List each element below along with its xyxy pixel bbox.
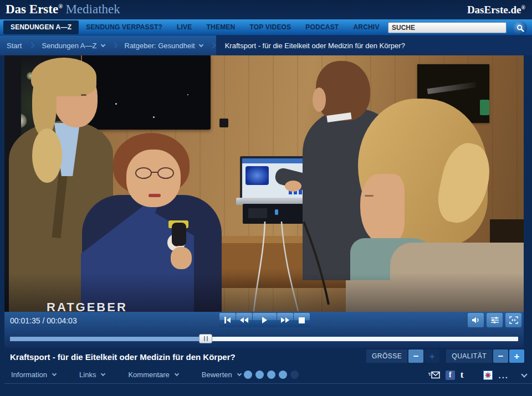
seek-bar[interactable] [10,337,518,341]
tab-information[interactable]: Information [4,371,63,379]
rating-dot[interactable] [290,371,299,379]
email-icon [428,371,440,379]
bookmark-share-button[interactable] [483,371,493,380]
scene-green-sign [480,100,489,115]
registered-mark: ® [521,4,525,11]
breadcrumb-start[interactable]: Start [0,42,28,50]
rating-dot[interactable] [244,371,252,379]
skip-start-button[interactable] [219,313,236,327]
search-button[interactable] [513,21,527,35]
scene-man-left-eye [81,94,86,96]
video-title-row: Kraftsport - für die Eitelkeit oder Medi… [4,348,532,366]
logo-sub: Mediathek [65,2,120,16]
video-display[interactable]: RATGEBER [4,55,524,312]
nav-sendung-verpasst[interactable]: SENDUNG VERPASST? [79,20,170,34]
transport-controls [219,313,310,327]
main-nav: SENDUNGEN A—Z SENDUNG VERPASST? LIVE THE… [0,19,532,35]
stop-button[interactable] [294,313,310,327]
fast-forward-icon [281,317,285,323]
video-player: RATGEBER 00:01:35 / 00:04:03 [4,55,524,384]
scene-man-right-cheek [313,88,326,112]
adjust-groups: GRÖSSE − + QUALITÄT − + [366,349,524,363]
chevron-down-icon [101,372,105,376]
delicious-share-button[interactable] [469,371,478,379]
chevron-down-icon [52,372,57,376]
rating-dots [244,371,299,379]
fast-forward-button[interactable] [277,313,293,327]
breadcrumb-sendungen-az[interactable]: Sendungen A—Z [35,42,111,50]
registered-mark: ® [58,3,63,9]
skip-start-icon [224,317,226,323]
chevron-down-icon [198,42,203,47]
seek-fill [10,337,206,341]
scene-woman-right-brow [365,195,374,197]
player-controls: 00:01:35 / 00:04:03 [4,312,524,348]
breadcrumb: Start Sendungen A—Z Ratgeber: Gesundheit… [0,35,532,55]
breadcrumb-separator-icon [209,42,216,48]
nav-sendungen-az[interactable]: SENDUNGEN A—Z [3,20,79,34]
scene-woman-right-face [360,174,405,244]
rating-dot[interactable] [255,371,264,379]
volume-button[interactable] [468,313,484,327]
player-option-buttons [468,313,521,327]
size-increase-button[interactable]: + [424,349,439,363]
scene-woman-center-lips [149,194,161,197]
video-watermark: RATGEBER [47,300,127,312]
scene-woman-center-hand [171,247,192,269]
quality-increase-button[interactable]: + [509,349,524,363]
speaker-icon [472,316,480,324]
quality-adjust: QUALITÄT − + [446,349,524,363]
magnifier-icon [516,24,524,32]
scene-woman-center-face [126,150,181,207]
scene-man-left-hair [32,71,57,136]
rewind-icon [240,317,244,323]
quality-decrease-button[interactable]: − [493,349,508,363]
size-decrease-button[interactable]: − [408,349,423,363]
nav-themen[interactable]: THEMEN [200,20,243,34]
chevron-down-icon [100,42,105,47]
facebook-share-button[interactable]: f [446,371,455,380]
search-input[interactable] [388,22,507,33]
social-share-bar: f t ... [428,369,526,380]
play-icon [262,317,267,323]
play-button[interactable] [253,313,277,327]
scene-glasses [157,167,174,179]
quality-label: QUALITÄT [446,349,492,363]
das-erste-mediathek-logo[interactable]: Das Erste®Mediathek [6,2,120,17]
tab-links[interactable]: Links [73,371,111,379]
seek-handle[interactable] [199,334,212,343]
video-title: Kraftsport - für die Eitelkeit oder Medi… [4,352,236,362]
fullscreen-icon [509,316,518,324]
scene-man-right-hand [285,181,301,192]
fullscreen-button[interactable] [505,313,521,327]
rewind-button[interactable] [236,313,252,327]
rating-dot[interactable] [279,371,287,379]
chevron-down-icon [175,372,179,376]
header: Das Erste®Mediathek DasErste.de® [0,0,532,19]
nav-top-videos[interactable]: TOP VIDEOS [242,20,298,34]
breadcrumb-ratgeber-gesundheit[interactable]: Ratgeber: Gesundheit [118,42,209,50]
mediathek-page: Das Erste®Mediathek DasErste.de® SENDUNG… [0,0,532,396]
nav-live[interactable]: LIVE [170,20,199,34]
time-display: 00:01:35 / 00:04:03 [10,316,77,325]
nav-podcast[interactable]: PODCAST [298,20,346,34]
nav-archiv[interactable]: ARCHIV [346,20,386,34]
more-share-button[interactable]: ... [498,371,509,380]
breadcrumb-current-page: Kraftsport - für die Eitelkeit oder Medi… [216,35,532,55]
scene-light-switch [219,119,228,127]
rating-dot[interactable] [267,371,275,379]
breadcrumb-separator-icon [29,42,35,48]
tab-kommentare[interactable]: Kommentare [121,371,185,379]
scene-glasses [135,167,152,179]
twitter-share-button[interactable]: t [461,369,464,380]
tab-bewerten[interactable]: Bewerten [195,371,248,379]
expand-share-button[interactable] [522,374,526,377]
chevron-down-icon [237,372,242,376]
settings-button[interactable] [487,313,503,327]
stop-icon [299,317,305,323]
bookmark-star-icon [483,371,493,380]
email-share-button[interactable] [428,371,440,379]
daserste-de-link[interactable]: DasErste.de® [467,4,525,16]
scene-glasses [151,172,158,173]
sliders-icon [490,316,499,324]
